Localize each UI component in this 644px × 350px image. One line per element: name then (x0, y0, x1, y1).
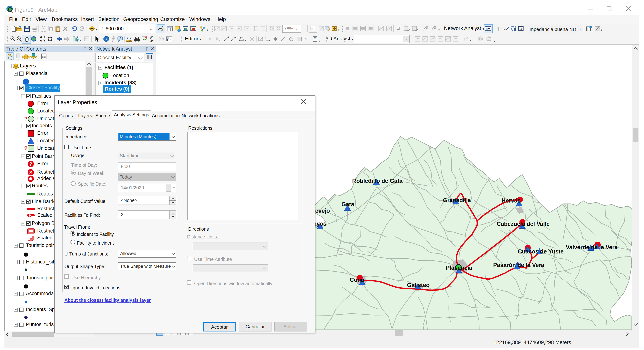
svg-text:Cuacos de Yuste: Cuacos de Yuste (518, 248, 564, 255)
svg-text:XY: XY (150, 40, 154, 42)
svg-text:Pasarón de la Vera: Pasarón de la Vera (493, 262, 544, 268)
svg-text:Robledillo de Gata: Robledillo de Gata (352, 178, 403, 184)
svg-text:Granadilla: Granadilla (443, 197, 471, 204)
svg-text:Valverde de la Vera: Valverde de la Vera (566, 244, 618, 251)
svg-text:Galisteo: Galisteo (407, 282, 430, 288)
svg-text:Cabezuela del Valle: Cabezuela del Valle (497, 221, 550, 227)
svg-text:Gata: Gata (342, 201, 354, 208)
svg-text:Plasencia: Plasencia (446, 265, 472, 271)
svg-text:Coña: Coña (350, 277, 364, 283)
svg-text:Hervás: Hervás (502, 197, 520, 204)
svg-text:i: i (106, 37, 107, 41)
